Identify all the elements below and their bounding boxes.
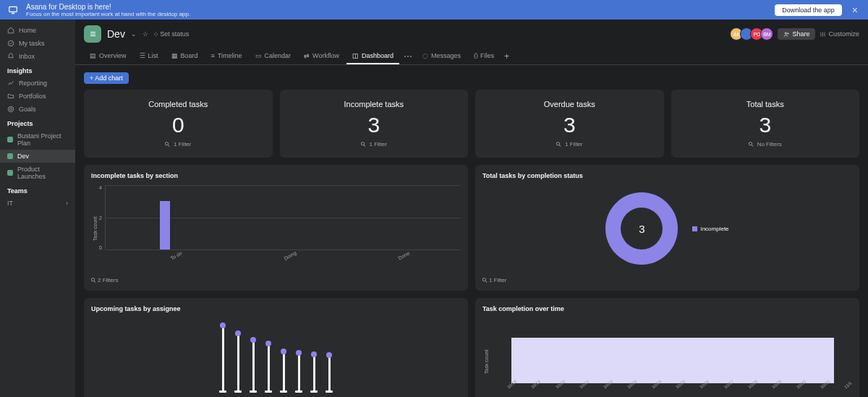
project-tabs: ▤Overview ☰List ▦Board ≡Timeline ▭Calend… xyxy=(75,48,868,65)
bell-icon xyxy=(7,53,14,60)
projects-heading: Projects xyxy=(0,116,75,129)
chart-by-status[interactable]: Total tasks by completion status 3 Incom… xyxy=(475,165,859,291)
sidebar-project-bustani[interactable]: Bustani Project Plan xyxy=(0,129,75,150)
insights-heading: Insights xyxy=(0,63,75,77)
lollipop-chart xyxy=(91,318,461,390)
project-color-dot xyxy=(7,170,13,176)
filter-indicator: 1 Filter xyxy=(290,140,459,148)
bar-todo xyxy=(160,201,170,249)
sidebar-home[interactable]: Home xyxy=(0,24,75,37)
tab-timeline[interactable]: ≡Timeline xyxy=(205,48,248,64)
stat-card-overdue[interactable]: Overdue tasks 3 1 Filter xyxy=(475,90,664,158)
tab-workflow[interactable]: ⇄Workflow xyxy=(298,48,345,64)
star-icon[interactable]: ☆ xyxy=(142,30,148,38)
desktop-banner: Asana for Desktop is here! Focus on the … xyxy=(0,0,868,20)
message-icon: ◌ xyxy=(422,52,428,59)
project-header: Dev ⌄ ☆ ○ Set status AK PO BM Share Cust… xyxy=(75,20,868,48)
customize-button[interactable]: Customize xyxy=(820,30,859,38)
chart-over-time[interactable]: Task completion over time Task count 10/… xyxy=(475,298,859,397)
filter-indicator: 1 Filter xyxy=(94,140,263,148)
sliders-icon xyxy=(820,31,826,38)
calendar-icon: ▭ xyxy=(255,52,262,59)
sidebar-inbox[interactable]: Inbox xyxy=(0,50,75,63)
folder-icon xyxy=(7,93,14,100)
doc-icon: ▤ xyxy=(90,52,96,59)
add-chart-button[interactable]: + Add chart xyxy=(84,72,129,84)
stat-card-completed[interactable]: Completed tasks 0 1 Filter xyxy=(84,90,273,158)
target-icon xyxy=(7,106,14,113)
tab-messages[interactable]: ◌Messages xyxy=(417,48,467,64)
stat-card-total[interactable]: Total tasks 3 No Filters xyxy=(671,90,860,158)
banner-subtitle: Focus on the most important work at hand… xyxy=(26,11,767,17)
home-icon xyxy=(7,27,14,34)
x-axis: 10/1810/1910/2010/2110/2210/2310/2410/25… xyxy=(490,386,852,390)
y-axis-label: Task count xyxy=(482,318,490,397)
sidebar-my-tasks[interactable]: My tasks xyxy=(0,37,75,50)
workflow-icon: ⇄ xyxy=(304,52,310,59)
check-circle-icon xyxy=(7,40,14,47)
set-status-button[interactable]: ○ Set status xyxy=(154,30,189,38)
project-color-dot xyxy=(7,137,13,142)
add-tab-icon[interactable]: + xyxy=(501,51,512,61)
tab-files[interactable]: ⎙Files xyxy=(468,48,500,64)
file-icon: ⎙ xyxy=(474,52,477,59)
filter-indicator: No Filters xyxy=(681,140,850,148)
download-app-button[interactable]: Download the app xyxy=(775,4,842,16)
tab-dashboard[interactable]: ◫Dashboard xyxy=(346,48,399,64)
svg-point-5 xyxy=(9,108,12,110)
sidebar-project-product-launches[interactable]: Product Launches xyxy=(0,163,75,183)
chart-incomplete-by-section[interactable]: Incomplete tasks by section Task count 4… xyxy=(84,165,468,291)
svg-rect-0 xyxy=(9,7,17,12)
sidebar-portfolios[interactable]: Portfolios xyxy=(0,90,75,103)
area-fill xyxy=(511,338,834,383)
project-icon[interactable] xyxy=(84,25,101,43)
close-banner-icon[interactable]: × xyxy=(849,4,861,16)
list-icon: ☰ xyxy=(140,52,145,59)
legend-incomplete: Incomplete xyxy=(692,226,728,232)
member-avatars[interactable]: AK PO BM xyxy=(733,27,773,40)
dashboard-icon: ◫ xyxy=(352,52,359,59)
sidebar-project-dev[interactable]: Dev xyxy=(0,150,75,163)
chart-by-assignee[interactable]: Upcoming tasks by assignee xyxy=(84,298,468,397)
y-axis-label: Task count xyxy=(91,185,99,272)
sidebar-reporting[interactable]: Reporting xyxy=(0,77,75,90)
svg-point-9 xyxy=(786,32,787,33)
desktop-icon xyxy=(7,4,19,16)
x-axis: To do Doing Done xyxy=(105,253,461,258)
project-name: Dev xyxy=(107,28,125,40)
people-icon xyxy=(783,31,790,38)
teams-heading: Teams xyxy=(0,183,75,197)
sidebar-goals[interactable]: Goals xyxy=(0,103,75,116)
svg-point-3 xyxy=(8,40,14,46)
timeline-icon: ≡ xyxy=(211,52,215,59)
tab-more-icon[interactable]: ⋯ xyxy=(401,51,415,61)
avatar[interactable]: BM xyxy=(760,27,773,40)
chevron-right-icon: › xyxy=(66,200,68,207)
y-axis: 4 2 0 xyxy=(99,185,105,250)
svg-point-10 xyxy=(788,33,789,34)
tab-list[interactable]: ☰List xyxy=(134,48,164,64)
board-icon: ▦ xyxy=(171,52,178,59)
stat-card-incomplete[interactable]: Incomplete tasks 3 1 Filter xyxy=(280,90,469,158)
tab-calendar[interactable]: ▭Calendar xyxy=(250,48,297,64)
chevron-down-icon[interactable]: ⌄ xyxy=(131,30,137,38)
banner-title: Asana for Desktop is here! xyxy=(26,3,767,11)
sidebar: Home My tasks Inbox Insights Reporting P… xyxy=(0,20,75,397)
project-color-dot xyxy=(7,153,13,159)
list-icon xyxy=(88,30,97,38)
tab-board[interactable]: ▦Board xyxy=(166,48,204,64)
share-button[interactable]: Share xyxy=(778,28,815,40)
sidebar-team-it[interactable]: IT › xyxy=(0,197,75,210)
chart-icon xyxy=(7,80,14,87)
svg-point-4 xyxy=(8,106,14,112)
filter-indicator: 1 Filter xyxy=(485,140,654,148)
donut-chart: 3 xyxy=(605,192,678,265)
tab-overview[interactable]: ▤Overview xyxy=(84,48,132,64)
